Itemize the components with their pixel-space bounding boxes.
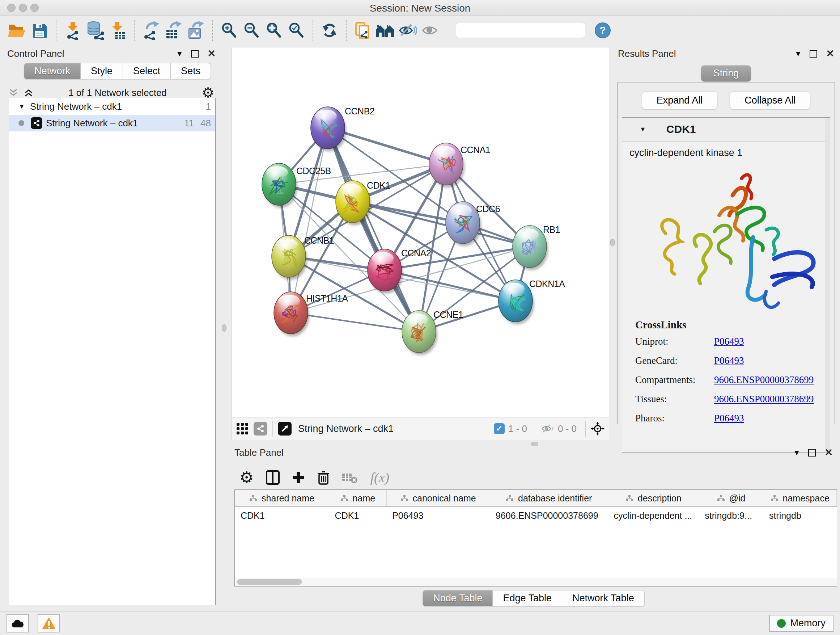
network-node-ccna1[interactable] xyxy=(429,143,463,185)
right-splitter-grip[interactable] xyxy=(610,239,615,246)
network-node-ccnb1[interactable] xyxy=(272,235,306,277)
table-cell[interactable]: cyclin-dependent ... xyxy=(608,507,699,524)
table-cell[interactable]: stringdb:9... xyxy=(699,507,763,524)
tab-network[interactable]: Network xyxy=(24,63,81,79)
import-network-database-icon[interactable] xyxy=(84,19,106,42)
cloud-status-button[interactable] xyxy=(6,614,29,632)
import-table-file-icon[interactable] xyxy=(106,19,129,42)
zoom-out-icon[interactable] xyxy=(240,19,263,42)
network-node-ccna2[interactable] xyxy=(368,249,401,291)
tab-sets[interactable]: Sets xyxy=(171,63,211,79)
crosslink-link[interactable]: P06493 xyxy=(714,336,744,347)
results-tab-string[interactable]: String xyxy=(701,65,752,81)
show-all-icon[interactable] xyxy=(419,19,441,42)
panel-float-icon[interactable] xyxy=(808,449,816,456)
open-session-icon[interactable] xyxy=(6,19,28,42)
network-node-cdc25b[interactable] xyxy=(262,163,296,205)
crosslink-link[interactable]: 9606.ENSP00000378699 xyxy=(714,394,813,405)
gene-card-header[interactable]: ▼ CDK1 xyxy=(622,118,830,141)
network-collection-row[interactable]: ▼ String Network – cdk1 1 xyxy=(9,98,215,115)
column-header-database-identifier[interactable]: database identifier xyxy=(490,490,608,507)
gene-expand-icon[interactable]: ▼ xyxy=(639,126,646,133)
table-settings-gear-icon[interactable]: ⚙ xyxy=(240,470,254,486)
network-row[interactable]: String Network – cdk1 11 48 xyxy=(9,115,215,131)
tab-node-table[interactable]: Node Table xyxy=(423,590,493,606)
network-edge[interactable] xyxy=(291,313,419,332)
panel-menu-icon[interactable]: ▾ xyxy=(794,448,799,458)
crosslink-link[interactable]: 9606.ENSP00000378699 xyxy=(714,374,813,386)
delete-column-icon[interactable] xyxy=(317,470,330,485)
crosslink-link[interactable]: P06493 xyxy=(714,355,744,366)
add-column-icon[interactable] xyxy=(292,471,305,484)
export-table-icon[interactable] xyxy=(162,19,185,42)
panel-float-icon[interactable] xyxy=(810,50,817,57)
column-header-canonical-name[interactable]: canonical name xyxy=(386,490,490,507)
collection-expand-icon[interactable]: ▼ xyxy=(19,103,25,111)
network-node-ccne1[interactable] xyxy=(402,310,436,353)
copy-style-icon[interactable] xyxy=(352,19,374,42)
detach-view-icon[interactable] xyxy=(278,422,292,435)
network-node-ccnb2[interactable] xyxy=(311,107,345,149)
column-header-name[interactable]: name xyxy=(329,490,387,507)
panel-menu-icon[interactable]: ▾ xyxy=(177,49,182,59)
column-header-namespace[interactable]: namespace xyxy=(763,490,837,507)
network-node-cdkn1a[interactable] xyxy=(499,280,532,322)
zoom-in-icon[interactable] xyxy=(218,19,240,42)
delete-table-icon[interactable] xyxy=(342,471,358,484)
collapse-all-icon[interactable] xyxy=(9,88,18,97)
panel-float-icon[interactable] xyxy=(191,50,199,57)
network-node-cdk1[interactable] xyxy=(336,181,370,223)
network-edge[interactable] xyxy=(385,270,515,301)
tab-edge-table[interactable]: Edge Table xyxy=(493,590,562,606)
warnings-button[interactable] xyxy=(38,614,60,632)
tab-select[interactable]: Select xyxy=(123,63,171,79)
export-image-icon[interactable] xyxy=(185,19,207,42)
expand-all-icon[interactable] xyxy=(24,88,33,97)
table-cell[interactable]: CDK1 xyxy=(235,507,329,524)
network-node-rb1[interactable] xyxy=(513,226,546,268)
crosslink-link[interactable]: P06493 xyxy=(714,413,744,424)
network-node-hist1h1a[interactable] xyxy=(274,292,308,334)
show-columns-icon[interactable] xyxy=(266,470,279,485)
tab-style[interactable]: Style xyxy=(81,63,123,79)
zoom-fit-icon[interactable] xyxy=(263,19,285,42)
table-hscrollbar[interactable] xyxy=(235,578,837,586)
export-network-icon[interactable] xyxy=(140,19,162,42)
panel-close-icon[interactable]: ✕ xyxy=(824,447,833,458)
bottom-splitter-grip[interactable] xyxy=(531,442,538,446)
panel-menu-icon[interactable]: ▾ xyxy=(796,49,800,59)
hscroll-thumb[interactable] xyxy=(237,579,302,585)
birdseye-navigator-icon[interactable] xyxy=(591,422,605,435)
save-session-icon[interactable] xyxy=(28,19,51,42)
table-row[interactable]: CDK1CDK1P064939606.ENSP00000378699cyclin… xyxy=(235,507,837,524)
panel-close-icon[interactable]: ✕ xyxy=(207,48,216,59)
zoom-selected-icon[interactable] xyxy=(285,19,308,42)
results-scrollbar[interactable] xyxy=(825,118,830,452)
string-home-icon[interactable] xyxy=(374,19,396,42)
search-input[interactable] xyxy=(463,25,581,36)
expand-all-button[interactable]: Expand All xyxy=(642,92,718,109)
help-button[interactable]: ? xyxy=(595,22,611,38)
collapse-all-button[interactable]: Collapse All xyxy=(729,92,810,109)
import-network-file-icon[interactable] xyxy=(62,19,84,42)
network-share-icon[interactable] xyxy=(254,422,267,435)
hidden-indicator-icon[interactable] xyxy=(541,423,554,434)
network-node-cdc6[interactable] xyxy=(446,202,480,244)
column-header--id[interactable]: @id xyxy=(699,490,763,507)
hide-selected-icon[interactable] xyxy=(396,19,419,42)
tab-network-table[interactable]: Network Table xyxy=(562,590,645,606)
table-cell[interactable]: 9606.ENSP00000378699 xyxy=(490,507,608,524)
selected-indicator-icon[interactable]: ✓ xyxy=(494,423,505,434)
table-cell[interactable]: CDK1 xyxy=(329,507,387,524)
apply-layout-icon[interactable] xyxy=(318,19,341,42)
left-splitter-grip[interactable] xyxy=(222,325,226,332)
table-cell[interactable]: stringdb xyxy=(763,507,837,524)
grid-view-icon[interactable] xyxy=(236,423,248,435)
network-canvas[interactable]: CCNB2CCNA1CDC25BCDK1CDC6RB1CCNB1CCNA2CDK… xyxy=(232,47,609,417)
column-header-description[interactable]: description xyxy=(608,490,699,507)
table-cell[interactable]: P06493 xyxy=(386,507,490,524)
panel-close-icon[interactable]: ✕ xyxy=(826,48,834,59)
column-header-shared-name[interactable]: shared name xyxy=(235,490,329,507)
function-builder-icon[interactable]: f(x) xyxy=(370,470,389,486)
memory-button[interactable]: Memory xyxy=(769,615,834,632)
